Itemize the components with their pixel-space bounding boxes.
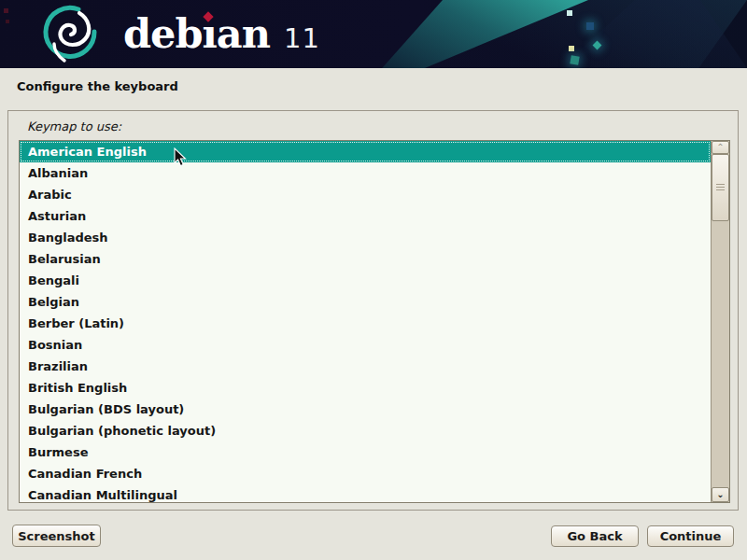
list-item[interactable]: Brazilian	[20, 356, 711, 377]
scrollbar-track[interactable]: ⌃ ⌄	[711, 141, 729, 502]
brand-text: debıan	[123, 6, 270, 62]
keymap-frame: Keymap to use: American EnglishAlbanianA…	[7, 110, 739, 511]
list-item[interactable]: Belarusian	[20, 248, 711, 270]
list-item[interactable]: Albanian	[20, 162, 711, 184]
list-item[interactable]: Bosnian	[20, 334, 711, 356]
list-item[interactable]: Bulgarian (BDS layout)	[20, 399, 711, 420]
list-item[interactable]: Belgian	[20, 291, 711, 313]
scrollbar-thumb[interactable]	[712, 154, 729, 221]
debian-wordmark: debıan 11	[123, 6, 320, 62]
go-back-button[interactable]: Go Back	[551, 525, 639, 547]
confetti-square-icon	[4, 8, 8, 13]
header-banner: debıan 11	[0, 0, 747, 68]
list-item[interactable]: British English	[20, 377, 711, 399]
continue-button[interactable]: Continue	[647, 525, 734, 547]
keymap-list-rows: American EnglishAlbanianArabicAsturianBa…	[20, 141, 711, 502]
screenshot-button[interactable]: Screenshot	[12, 525, 101, 547]
list-item[interactable]: Bulgarian (phonetic layout)	[20, 420, 711, 441]
scrollbar-down-button[interactable]: ⌄	[712, 487, 729, 502]
list-item[interactable]: Bengali	[20, 270, 711, 291]
confetti-square-icon	[567, 10, 572, 16]
list-item[interactable]: Berber (Latin)	[20, 313, 711, 334]
keymap-listbox: American EnglishAlbanianArabicAsturianBa…	[19, 140, 730, 503]
list-item[interactable]: Asturian	[20, 205, 711, 227]
list-item[interactable]: Canadian French	[20, 463, 711, 484]
version-text: 11	[284, 22, 320, 54]
scrollbar-up-button[interactable]: ⌃	[712, 141, 729, 154]
list-item[interactable]: Arabic	[20, 184, 711, 205]
keymap-label: Keymap to use:	[27, 119, 121, 133]
confetti-square-icon	[6, 20, 9, 23]
confetti-square-icon	[570, 55, 579, 64]
debian-installer-screen: debıan 11 Configure the keyboard Keymap …	[0, 0, 747, 560]
confetti-square-icon	[569, 46, 574, 51]
list-item[interactable]: American English	[20, 141, 711, 162]
list-item[interactable]: Canadian Multilingual	[20, 484, 711, 502]
confetti-square-icon	[586, 22, 594, 30]
list-item[interactable]: Bangladesh	[20, 227, 711, 248]
page-title: Configure the keyboard	[17, 79, 178, 93]
list-item[interactable]: Burmese	[20, 441, 711, 463]
debian-swirl-logo-icon	[35, 3, 103, 66]
